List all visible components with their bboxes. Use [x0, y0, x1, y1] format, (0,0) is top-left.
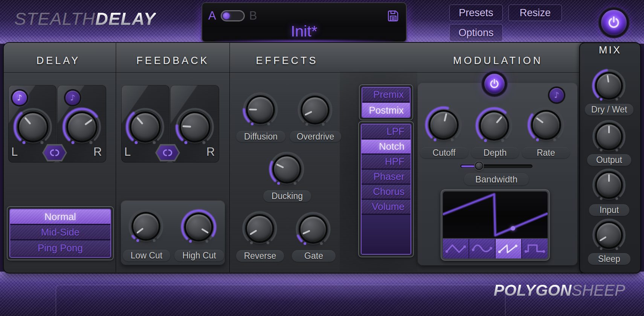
ab-toggle-thumb: [223, 12, 230, 19]
delay-mode-list-inner: Normal Mid-Side Ping Pong: [9, 209, 111, 258]
low-cut-knob[interactable]: [126, 207, 166, 246]
waveform-square-button[interactable]: [522, 239, 548, 258]
output-label: Output: [587, 154, 631, 166]
effects-section-title: EFFECTS: [230, 55, 343, 68]
waveform-sine-button[interactable]: [469, 239, 496, 258]
delay-link-button[interactable]: [42, 144, 67, 161]
ab-toggle[interactable]: [221, 10, 245, 21]
preset-top-row: A B: [208, 8, 400, 23]
feedback-right-knob[interactable]: [173, 105, 217, 149]
filter-item[interactable]: Chorus: [362, 185, 411, 200]
filter-item[interactable]: HPF: [362, 155, 411, 170]
delay-section-title: DELAY: [2, 55, 115, 68]
filter-item[interactable]: Phaser: [362, 170, 411, 185]
delay-left-sync-note-icon[interactable]: ♪: [12, 91, 27, 105]
delay-left-label: L: [11, 145, 18, 159]
feedback-section-title: FEEDBACK: [117, 55, 229, 68]
output-knob[interactable]: [590, 118, 628, 155]
filter-item[interactable]: Notch: [362, 140, 411, 155]
high-cut-knob[interactable]: [179, 207, 218, 247]
lfo-phase-marker: [511, 226, 515, 231]
plugin-logo: STEALTHDELAY: [14, 8, 156, 29]
input-label: Input: [589, 204, 629, 216]
tooltip-info-box: [56, 285, 505, 316]
modulation-section-title: MODULATION: [418, 55, 578, 68]
routing-list: Premix Postmix: [359, 84, 413, 120]
routing-list-inner: Premix Postmix: [362, 87, 411, 118]
overdrive-knob[interactable]: [295, 90, 335, 130]
waveform-triangle-button[interactable]: [443, 239, 469, 258]
logo-stealth: STEALTH: [14, 9, 95, 29]
divider-feedback-effects: [229, 43, 230, 272]
gate-label: Gate: [292, 250, 336, 262]
mix-section-title: MIX: [579, 44, 641, 56]
depth-knob[interactable]: [473, 105, 515, 146]
resize-button[interactable]: Resize: [508, 5, 562, 21]
preset-a-label: A: [208, 9, 216, 23]
feedback-left-label: L: [124, 145, 131, 159]
save-preset-icon[interactable]: [386, 9, 400, 23]
feedback-link-button[interactable]: [155, 144, 180, 161]
link-icon: [44, 146, 66, 160]
routing-item[interactable]: Postmix: [362, 103, 410, 118]
preset-display: A B Init*: [201, 2, 407, 42]
overdrive-label: Overdrive: [290, 131, 341, 142]
bandwidth-slider-thumb[interactable]: [475, 162, 483, 170]
modulation-sync-note-icon[interactable]: ♪: [549, 88, 564, 102]
delay-mode-item[interactable]: Normal: [10, 210, 110, 225]
dry-wet-knob[interactable]: [590, 67, 628, 105]
depth-label: Depth: [471, 147, 519, 158]
brand-logo: POLYGONSHEEP: [494, 281, 625, 299]
link-icon: [157, 146, 179, 160]
delay-mode-item[interactable]: Ping Pong: [10, 240, 110, 256]
bandwidth-slider[interactable]: [460, 162, 533, 171]
brand-polygon: POLYGON: [494, 281, 572, 299]
delay-mode-list: Normal Mid-Side Ping Pong: [7, 206, 114, 260]
rate-knob[interactable]: [525, 104, 567, 146]
diffusion-knob[interactable]: [241, 90, 280, 129]
sleep-label: Sleep: [588, 253, 630, 265]
waveform-saw-button[interactable]: [496, 239, 522, 258]
logo-delay: DELAY: [95, 9, 156, 29]
options-button[interactable]: Options: [449, 24, 503, 41]
reverse-label: Reverse: [236, 250, 284, 262]
sleep-knob[interactable]: [590, 216, 628, 254]
delay-time-left-knob[interactable]: [11, 105, 55, 149]
presets-button[interactable]: Presets: [449, 5, 503, 21]
brand-sheep: SHEEP: [572, 281, 625, 299]
filter-list: LPF Notch HPF Phaser Chorus Volume: [358, 121, 414, 257]
routing-item[interactable]: Premix: [362, 88, 410, 103]
preset-b-label: B: [249, 9, 257, 23]
cutoff-label: Cutoff: [420, 147, 468, 158]
modulation-power-button[interactable]: [484, 74, 505, 94]
filter-list-inner: LPF Notch HPF Phaser Chorus Volume: [361, 124, 411, 255]
plugin-window: STEALTHDELAY A B Init* Presets Resize Op…: [0, 0, 644, 316]
filter-item[interactable]: LPF: [362, 125, 411, 140]
reverse-knob[interactable]: [240, 209, 279, 248]
master-power-button[interactable]: [601, 10, 627, 35]
cutoff-knob[interactable]: [423, 104, 464, 146]
delay-time-right-knob[interactable]: [60, 105, 104, 149]
bandwidth-label: Bandwidth: [464, 173, 529, 185]
lfo-display-screen: [443, 191, 548, 238]
feedback-left-knob[interactable]: [124, 105, 167, 149]
delay-right-label: R: [93, 145, 102, 159]
feedback-right-label: R: [206, 145, 215, 159]
preset-name[interactable]: Init*: [202, 23, 406, 40]
delay-mode-item[interactable]: Mid-Side: [10, 225, 110, 240]
divider-delay-feedback: [116, 43, 116, 272]
gate-knob[interactable]: [293, 210, 333, 249]
input-knob[interactable]: [590, 166, 628, 204]
diffusion-label: Diffusion: [236, 131, 285, 142]
low-cut-label: Low Cut: [123, 250, 170, 261]
high-cut-label: High Cut: [174, 250, 224, 261]
dry-wet-label: Dry / Wet: [585, 104, 633, 115]
filter-item[interactable]: Volume: [362, 200, 411, 215]
ducking-knob[interactable]: [267, 149, 307, 189]
waveform-selector: [443, 239, 548, 258]
rate-label: Rate: [522, 147, 570, 158]
bandwidth-slider-track[interactable]: [460, 164, 533, 168]
delay-right-sync-note-icon[interactable]: ♪: [66, 91, 80, 105]
filter-list-filler: [362, 215, 411, 254]
ducking-label: Ducking: [263, 190, 311, 202]
